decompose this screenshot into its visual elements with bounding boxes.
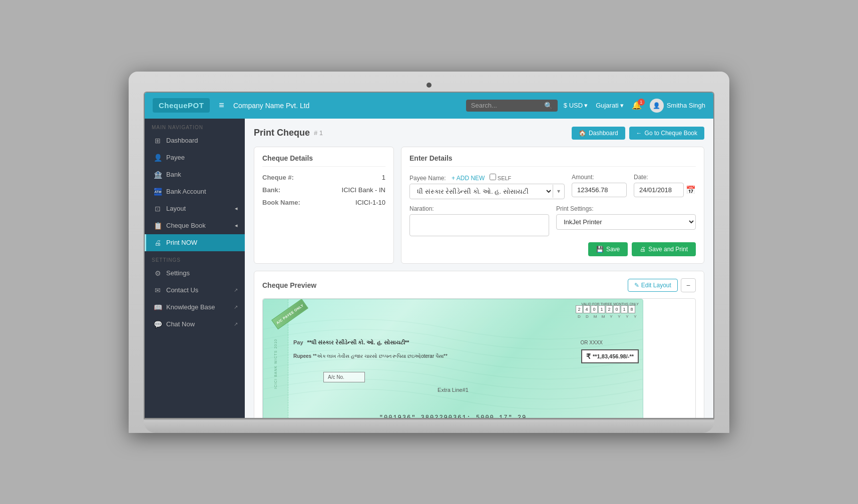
laptop-screen: ChequePOT ≡ Company Name Pvt. Ltd 🔍 $ US… — [144, 92, 714, 419]
goto-cheque-book-button[interactable]: ← Go to Cheque Book — [629, 127, 704, 140]
sidebar-item-bank[interactable]: 🏦 Bank — [145, 166, 245, 183]
naration-group: Naration: — [409, 205, 549, 236]
sidebar-item-cheque-book[interactable]: 📋 Cheque Book ◂ — [145, 217, 245, 234]
cheque-details-card: Cheque Details Cheque #: 1 Bank: ICICI B… — [254, 147, 394, 264]
sidebar-item-payee[interactable]: 👤 Payee — [145, 149, 245, 166]
arrow-left-icon: ← — [636, 130, 642, 137]
cheque-number: # 1 — [314, 129, 323, 137]
payee-label: Payee Name: + ADD NEW SELF — [409, 174, 565, 182]
sidebar-item-settings[interactable]: ⚙ Settings — [145, 265, 245, 282]
knowledge-icon: 📖 — [153, 303, 162, 311]
date-group: Date: 📅 — [634, 174, 696, 197]
sidebar-label-payee: Payee — [166, 154, 185, 161]
cards-row: Cheque Details Cheque #: 1 Bank: ICICI B… — [254, 147, 704, 264]
cheque-preview-card: Cheque Preview ✎ Edit Layout − — [254, 271, 704, 418]
search-input[interactable] — [471, 102, 541, 109]
cheque-extra-line: Extra Line#1 — [438, 387, 469, 393]
date-cell-y4: 8 — [628, 305, 635, 313]
sidebar-item-knowledge-base[interactable]: 📖 Knowledge Base ↗ — [145, 299, 245, 316]
edit-layout-button[interactable]: ✎ Edit Layout — [628, 279, 678, 292]
sidebar-label-bank: Bank — [166, 171, 181, 178]
dashboard-icon: ⊞ — [153, 137, 162, 145]
laptop-shell: ChequePOT ≡ Company Name Pvt. Ltd 🔍 $ US… — [129, 72, 729, 433]
print-settings-label: Print Settings: — [556, 205, 696, 212]
sidebar: MAIN NAVIGATION ⊞ Dashboard 👤 Payee 🏦 Ba… — [145, 119, 245, 418]
date-cell-m1: 0 — [591, 305, 598, 313]
payee-select[interactable]: ધી સંસ્કાર રેસીડેન્સી કો. ઓ. હ. સોસાયટી — [410, 184, 553, 199]
sidebar-label-print-now: Print NOW — [166, 239, 197, 246]
pay-label: Pay — [293, 339, 303, 345]
notification-bell[interactable]: 🔔 1 — [632, 101, 642, 110]
laptop-camera — [426, 83, 432, 88]
dashboard-btn-icon: 🏠 — [579, 130, 586, 137]
sidebar-item-dashboard[interactable]: ⊞ Dashboard — [145, 132, 245, 149]
minimize-button[interactable]: − — [681, 278, 696, 292]
print-settings-group: Print Settings: InkJet Printer — [556, 205, 696, 230]
search-bar: 🔍 — [466, 100, 558, 112]
hamburger-icon[interactable]: ≡ — [219, 100, 224, 111]
page-title: Print Cheque # 1 — [254, 128, 323, 138]
date-cell-y3: 1 — [621, 305, 628, 313]
language-selector[interactable]: Gujarati ▾ — [596, 102, 624, 109]
cheque-book-arrow-icon: ◂ — [235, 222, 238, 229]
dashboard-button[interactable]: 🏠 Dashboard — [572, 127, 625, 140]
detail-cheque-num: Cheque #: 1 — [262, 174, 385, 181]
navbar: ChequePOT ≡ Company Name Pvt. Ltd 🔍 $ US… — [145, 93, 713, 119]
main-nav-label: MAIN NAVIGATION — [145, 119, 245, 132]
content-area: Print Cheque # 1 🏠 Dashboard ← Go to Che… — [245, 119, 713, 418]
cheque-scroll: ICICI BANK W/CTS 2010 A/C PAYEE ONLY VAL… — [262, 298, 696, 418]
save-button[interactable]: 💾 Save — [588, 242, 628, 256]
payee-dropdown-icon: ▾ — [553, 185, 564, 198]
edit-icon: ✎ — [634, 282, 639, 289]
bank-icon: 🏦 — [153, 171, 162, 179]
naration-input[interactable] — [409, 214, 549, 236]
add-new-btn[interactable]: + ADD NEW — [452, 175, 485, 182]
form-row-1: Payee Name: + ADD NEW SELF — [409, 174, 696, 199]
amount-group: Amount: — [572, 174, 627, 197]
cheque-book-icon: 📋 — [153, 222, 162, 230]
cheque-amount-box: ₹ **1,83,456.98/-** — [581, 349, 639, 363]
self-checkbox[interactable] — [490, 174, 496, 180]
sidebar-item-contact-us[interactable]: ✉ Contact Us ↗ — [145, 282, 245, 299]
search-icon: 🔍 — [544, 102, 553, 110]
payee-group: Payee Name: + ADD NEW SELF — [409, 174, 565, 199]
main-body: MAIN NAVIGATION ⊞ Dashboard 👤 Payee 🏦 Ba… — [145, 119, 713, 418]
app-container: ChequePOT ≡ Company Name Pvt. Ltd 🔍 $ US… — [145, 93, 713, 418]
amount-input[interactable] — [572, 183, 627, 197]
sidebar-label-cheque-book: Cheque Book — [166, 222, 206, 229]
save-print-button[interactable]: 🖨 Save and Print — [632, 242, 696, 256]
self-checkbox-wrapper: SELF — [490, 175, 512, 181]
form-row-2: Naration: Print Settings: InkJet Printer — [409, 205, 696, 236]
date-input[interactable] — [634, 183, 684, 197]
cheque-details-title: Cheque Details — [262, 154, 385, 167]
payee-select-wrap: ધી સંસ્કાર રેસીડેન્સી કો. ઓ. હ. સોસાયટી … — [409, 184, 565, 199]
sidebar-item-bank-account[interactable]: 🏧 Bank Account — [145, 183, 245, 200]
language-dropdown-icon: ▾ — [620, 102, 624, 109]
cheque-visual: ICICI BANK W/CTS 2010 A/C PAYEE ONLY VAL… — [263, 299, 643, 418]
payee-icon: 👤 — [153, 154, 162, 162]
amount-words: **એક લાખ તેવીસ હજાર ચારસો છપ્પન રૂપિયા છ… — [313, 353, 448, 359]
currency-selector[interactable]: $ USD ▾ — [564, 102, 588, 109]
enter-details-card: Enter Details Payee Name: + ADD NEW — [401, 147, 704, 264]
contact-icon: ✉ — [153, 286, 162, 294]
user-menu[interactable]: 👤 Smitha Singh — [650, 99, 705, 113]
bank-account-icon: 🏧 — [153, 188, 162, 196]
preview-actions: ✎ Edit Layout − — [628, 278, 696, 292]
date-label: Date: — [634, 174, 696, 181]
cheque-date-area: 2 4 0 1 2 0 1 8 — [576, 305, 639, 319]
date-letters: DDMMYYYY — [576, 314, 639, 319]
cheque-pay-row: Pay **ધી સંસ્કાર રેસીડેન્સી કો. ઓ. હ. સો… — [293, 339, 603, 346]
sidebar-item-layout[interactable]: ⊡ Layout ◂ — [145, 200, 245, 217]
form-actions: 💾 Save 🖨 Save and Print — [409, 242, 696, 256]
print-settings-select[interactable]: InkJet Printer — [556, 214, 696, 230]
sidebar-item-print-now[interactable]: 🖨 Print NOW — [145, 234, 245, 251]
user-name: Smitha Singh — [667, 102, 705, 109]
rupees-label: Rupees — [293, 353, 311, 359]
calendar-icon[interactable]: 📅 — [686, 185, 696, 195]
date-cell-y1: 2 — [606, 305, 613, 313]
preview-header: Cheque Preview ✎ Edit Layout − — [262, 278, 696, 292]
naration-label: Naration: — [409, 205, 549, 212]
sidebar-item-chat-now[interactable]: 💬 Chat Now ↗ — [145, 316, 245, 333]
brand-logo[interactable]: ChequePOT — [153, 98, 210, 113]
navbar-right: $ USD ▾ Gujarati ▾ 🔔 1 👤 Smitha Singh — [564, 99, 705, 113]
